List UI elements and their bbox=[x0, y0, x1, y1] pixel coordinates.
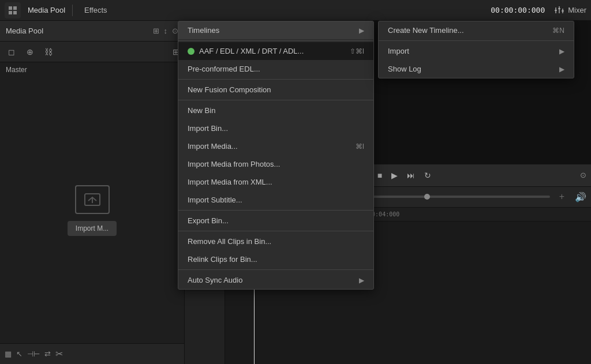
import-button[interactable]: Import M... bbox=[68, 221, 117, 236]
mixer-controls: Mixer bbox=[554, 5, 586, 16]
transport-right-icons: ⊙ bbox=[580, 171, 586, 179]
volume-icon[interactable]: 🔊 bbox=[575, 192, 586, 202]
menu-item-aaf-row[interactable]: AAF / EDL / XML / DRT / ADL... ⇧⌘I bbox=[178, 42, 373, 60]
import-xml-label: Import Media from XML... bbox=[188, 178, 272, 186]
svg-rect-8 bbox=[558, 8, 560, 9]
import-subtitle-label: Import Subtitle... bbox=[188, 196, 242, 204]
media-pool-content: Import M... bbox=[0, 77, 184, 343]
auto-sync-arrow: ▶ bbox=[359, 276, 364, 284]
submenu-create-new-timeline[interactable]: Create New Timeline... ⌘N bbox=[379, 21, 574, 39]
play-btn[interactable]: ▶ bbox=[391, 171, 398, 180]
svg-rect-0 bbox=[9, 6, 12, 10]
auto-sync-label: Auto Sync Audio bbox=[188, 276, 242, 284]
submenu-import[interactable]: Import ▶ bbox=[379, 42, 574, 60]
stop-btn[interactable]: ■ bbox=[377, 171, 382, 180]
cut-tool[interactable]: ✂ bbox=[55, 348, 63, 359]
timeline-tools: ▦ ↖ ⊣⊢ ⇄ ✂ bbox=[5, 348, 63, 359]
import-sub-arrow: ▶ bbox=[559, 47, 564, 55]
mixer-label: Mixer bbox=[568, 6, 586, 14]
cursor-tool[interactable]: ↖ bbox=[16, 350, 23, 358]
menu-item-relink-clips[interactable]: Relink Clips for Bin... bbox=[178, 250, 373, 268]
show-log-arrow: ▶ bbox=[559, 65, 564, 73]
new-bin-label: New Bin bbox=[188, 106, 215, 115]
import-placeholder: Import M... bbox=[68, 185, 117, 236]
loop-btn[interactable]: ↻ bbox=[424, 171, 431, 180]
svg-rect-2 bbox=[9, 11, 12, 14]
timelines-arrow: ▶ bbox=[359, 27, 364, 35]
import-sub-label: Import bbox=[388, 47, 409, 55]
menu-item-export-bin[interactable]: Export Bin... bbox=[178, 212, 373, 230]
remove-clips-label: Remove All Clips in Bin... bbox=[188, 237, 271, 246]
menu-divider-2 bbox=[178, 79, 373, 80]
menu-item-import-xml[interactable]: Import Media from XML... bbox=[178, 173, 373, 191]
new-fusion-label: New Fusion Composition bbox=[188, 85, 271, 94]
main-context-menu: Timelines ▶ AAF / EDL / XML / DRT / ADL.… bbox=[178, 21, 374, 290]
menu-item-import-bin[interactable]: Import Bin... bbox=[178, 119, 373, 137]
panel-title: Media Pool bbox=[6, 27, 43, 35]
show-log-label: Show Log bbox=[388, 65, 421, 73]
timelines-label: Timelines bbox=[188, 26, 219, 35]
timelines-submenu: Create New Timeline... ⌘N Import ▶ Show … bbox=[378, 21, 574, 78]
import-bin-label: Import Bin... bbox=[188, 124, 228, 133]
svg-rect-1 bbox=[13, 6, 17, 10]
svg-rect-7 bbox=[555, 10, 557, 11]
panel-icon-1: ⊞ bbox=[153, 27, 159, 35]
menu-item-new-fusion[interactable]: New Fusion Composition bbox=[178, 81, 373, 99]
placeholder-icon bbox=[75, 185, 110, 214]
trim-tool[interactable]: ⊣⊢ bbox=[27, 350, 40, 358]
zoom-plus[interactable]: + bbox=[559, 192, 564, 202]
effects-tab[interactable]: Effects bbox=[80, 3, 112, 17]
create-new-timeline-label: Create New Timeline... bbox=[388, 26, 464, 35]
menu-item-import-photos[interactable]: Import Media from Photos... bbox=[178, 155, 373, 173]
top-bar: Media Pool Effects 00:00:00:000 Mixer bbox=[0, 0, 591, 21]
panel-header: Media Pool ⊞ ↕ ⊙ bbox=[0, 21, 184, 42]
import-media-label: Import Media... bbox=[188, 142, 238, 151]
timelines-submenu-divider bbox=[379, 40, 574, 41]
select-icon[interactable]: ◻ bbox=[5, 45, 18, 59]
menu-item-auto-sync[interactable]: Auto Sync Audio ▶ bbox=[178, 271, 373, 289]
menu-divider-6 bbox=[178, 269, 373, 270]
link-icon[interactable]: ⛓ bbox=[42, 45, 55, 59]
media-pool-toolbar: ◻ ⊕ ⛓ ⊞ bbox=[0, 42, 184, 62]
menu-item-import-media[interactable]: Import Media... ⌘I bbox=[178, 137, 373, 155]
import-icon[interactable]: ⊕ bbox=[23, 45, 37, 59]
import-media-shortcut: ⌘I bbox=[356, 142, 364, 151]
slip-tool[interactable]: ⇄ bbox=[44, 350, 51, 358]
master-label: Master bbox=[0, 62, 184, 77]
left-panel: Media Pool ⊞ ↕ ⊙ ◻ ⊕ ⛓ ⊞ Master bbox=[0, 21, 185, 364]
timecode-right: 00:00:00:000 bbox=[491, 6, 545, 14]
menu-item-pre-conformed[interactable]: Pre-conformed EDL... bbox=[178, 60, 373, 78]
export-bin-label: Export Bin... bbox=[188, 216, 229, 225]
panel-icon-2: ↕ bbox=[164, 27, 168, 35]
app-logo bbox=[5, 2, 21, 18]
zoom-thumb bbox=[424, 194, 430, 200]
submenu-show-log[interactable]: Show Log ▶ bbox=[379, 60, 574, 78]
skip-fwd-btn[interactable]: ⏭ bbox=[407, 171, 415, 180]
menu-item-import-subtitle[interactable]: Import Subtitle... bbox=[178, 191, 373, 209]
top-bar-divider bbox=[72, 5, 73, 16]
create-new-timeline-shortcut: ⌘N bbox=[552, 27, 564, 35]
relink-clips-label: Relink Clips for Bin... bbox=[188, 255, 257, 264]
aaf-shortcut: ⇧⌘I bbox=[350, 47, 364, 55]
menu-divider-1 bbox=[178, 40, 373, 41]
timeline-toolbar: ▦ ↖ ⊣⊢ ⇄ ✂ bbox=[0, 343, 184, 364]
timeline-icon: ▦ bbox=[5, 350, 12, 358]
svg-rect-5 bbox=[559, 6, 560, 13]
pre-conformed-label: Pre-conformed EDL... bbox=[188, 65, 260, 73]
menu-item-remove-clips[interactable]: Remove All Clips in Bin... bbox=[178, 232, 373, 250]
import-photos-label: Import Media from Photos... bbox=[188, 160, 280, 168]
menu-divider-5 bbox=[178, 231, 373, 231]
menu-divider-4 bbox=[178, 210, 373, 211]
aaf-dot bbox=[188, 48, 194, 55]
svg-rect-3 bbox=[13, 11, 17, 14]
svg-rect-9 bbox=[562, 10, 564, 12]
panel-icon-group: ⊞ ↕ ⊙ bbox=[153, 27, 179, 35]
top-bar-right: 00:00:00:000 Mixer bbox=[491, 5, 586, 16]
menu-item-timelines[interactable]: Timelines ▶ bbox=[178, 21, 373, 39]
menu-item-new-bin[interactable]: New Bin bbox=[178, 102, 373, 119]
media-pool-title: Media Pool bbox=[28, 6, 65, 14]
menu-divider-3 bbox=[178, 100, 373, 100]
aaf-label: AAF / EDL / XML / DRT / ADL... bbox=[199, 47, 304, 55]
